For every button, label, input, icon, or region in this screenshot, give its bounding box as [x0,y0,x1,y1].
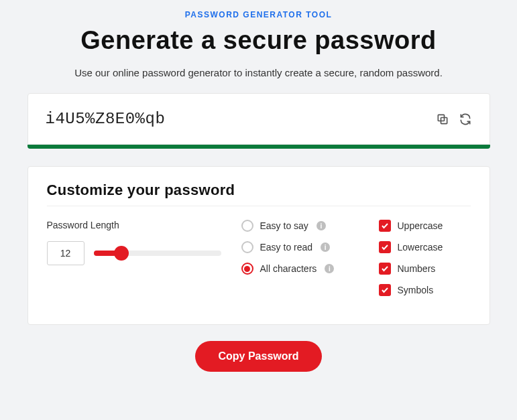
password-strength-bar [27,145,490,149]
checkbox-numbers[interactable]: Numbers [379,263,479,275]
checkmark-icon [379,220,391,232]
password-display-box: i4U5%Z8E0%qb [27,93,490,145]
radio-easy-read[interactable]: Easy to read i [241,241,359,253]
radio-label: Easy to read [260,242,313,253]
copy-icon[interactable] [436,113,449,126]
customize-panel: Customize your password Password Length … [27,166,490,325]
radio-all-characters[interactable]: All characters i [241,263,359,275]
radio-label: Easy to say [260,220,308,231]
generated-password: i4U5%Z8E0%qb [46,110,166,128]
radio-icon [241,263,253,275]
checkbox-symbols[interactable]: Symbols [379,284,479,296]
slider-thumb[interactable] [114,246,129,261]
customize-heading: Customize your password [47,182,471,206]
checkbox-label: Symbols [398,285,434,295]
length-slider[interactable] [94,251,221,256]
radio-icon [241,241,253,253]
checkbox-label: Lowercase [398,242,443,253]
info-icon[interactable]: i [325,264,334,273]
checkmark-icon [379,284,391,296]
page-subtitle: Use our online password generator to ins… [27,67,490,78]
radio-label: All characters [260,263,317,274]
checkmark-icon [379,263,391,275]
checkbox-lowercase[interactable]: Lowercase [379,241,479,253]
page-title: Generate a secure password [27,26,490,55]
checkbox-label: Uppercase [398,220,443,231]
copy-password-button[interactable]: Copy Password [195,341,321,372]
checkbox-uppercase[interactable]: Uppercase [379,220,479,232]
checkmark-icon [379,241,391,253]
radio-easy-say[interactable]: Easy to say i [241,220,359,232]
eyebrow-label: PASSWORD GENERATOR TOOL [27,10,490,19]
length-input[interactable] [47,241,84,265]
info-icon[interactable]: i [317,221,326,230]
radio-icon [241,220,253,232]
info-icon[interactable]: i [321,242,330,252]
regenerate-icon[interactable] [459,113,472,126]
length-label: Password Length [47,220,221,230]
checkbox-label: Numbers [398,263,436,274]
